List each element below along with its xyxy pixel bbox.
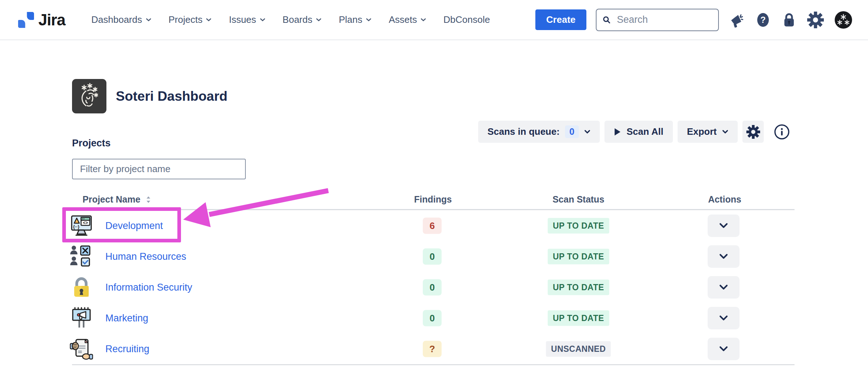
soteri-app-icon xyxy=(72,79,106,113)
nav-label: Dashboards xyxy=(91,14,142,25)
nav-boards[interactable]: Boards xyxy=(283,14,321,25)
human-resources-icon xyxy=(70,245,93,268)
navbar-right: Create ? xyxy=(535,9,852,31)
findings-badge: 0 xyxy=(423,279,442,295)
scan-status-badge: UNSCANNED xyxy=(546,341,611,357)
chevron-down-icon xyxy=(146,18,151,22)
search-box[interactable] xyxy=(596,9,719,31)
column-header-scan-status: Scan Status xyxy=(552,194,604,205)
chevron-down-icon xyxy=(260,18,265,22)
scans-in-queue-count: 0 xyxy=(565,125,579,138)
chevron-down-icon xyxy=(719,346,728,351)
avatar-snowflake-art xyxy=(835,11,852,29)
scan-status-badge: UP TO DATE xyxy=(548,249,609,264)
scans-in-queue-button[interactable]: Scans in queue: 0 xyxy=(478,121,600,143)
row-actions-button[interactable] xyxy=(708,307,740,329)
scan-status-badge: UP TO DATE xyxy=(548,218,609,233)
search-input[interactable] xyxy=(616,14,712,26)
nav-label: Issues xyxy=(229,14,256,25)
project-link-human-resources[interactable]: Human Resources xyxy=(105,251,186,262)
table-row-development: {··} <> Development 6 UP TO DATE xyxy=(72,210,795,241)
development-icon: {··} <> xyxy=(70,214,93,237)
project-link-information-security[interactable]: Information Security xyxy=(105,282,192,293)
lock-icon[interactable] xyxy=(782,12,796,28)
chevron-down-icon xyxy=(719,223,728,228)
chevron-down-icon xyxy=(366,18,371,22)
avatar[interactable] xyxy=(835,11,852,29)
create-button[interactable]: Create xyxy=(535,9,586,30)
nav-label: Projects xyxy=(169,14,203,25)
export-button[interactable]: Export xyxy=(678,121,738,143)
recruiting-icon xyxy=(70,337,93,361)
chevron-down-icon xyxy=(719,254,728,259)
scan-status-badge: UP TO DATE xyxy=(548,279,609,295)
chevron-down-icon xyxy=(722,130,728,134)
project-link-marketing[interactable]: Marketing xyxy=(105,312,148,324)
nav-dbconsole[interactable]: DbConsole xyxy=(443,14,490,25)
table-row-recruiting: Recruiting ? UNSCANNED xyxy=(72,333,795,364)
export-label: Export xyxy=(687,126,717,137)
svg-text:?: ? xyxy=(760,15,766,25)
nav-projects[interactable]: Projects xyxy=(169,14,212,25)
table-row-information-security: Information Security 0 UP TO DATE xyxy=(72,272,795,303)
scans-in-queue-label: Scans in queue: xyxy=(488,126,560,137)
table-body: {··} <> Development 6 UP TO DATE xyxy=(72,210,795,365)
column-label: Project Name xyxy=(83,194,140,205)
projects-table: Project Name Findings Scan Status Action… xyxy=(72,191,795,365)
chevron-down-icon xyxy=(719,284,728,290)
settings-icon[interactable] xyxy=(807,12,824,28)
row-actions-button[interactable] xyxy=(708,215,740,237)
information-security-icon xyxy=(70,276,93,299)
announcement-icon[interactable] xyxy=(728,12,744,28)
scan-all-label: Scan All xyxy=(627,126,663,137)
column-header-actions: Actions xyxy=(708,194,741,205)
column-header-project-name: Project Name xyxy=(83,194,151,205)
row-actions-button[interactable] xyxy=(708,338,740,360)
nav-icon-group: ? xyxy=(728,11,852,29)
dashboard-toolbar: Scans in queue: 0 Scan All Export xyxy=(478,121,790,143)
page-title: Soteri Dashboard xyxy=(116,89,227,104)
project-filter-input[interactable] xyxy=(72,159,246,179)
primary-nav: Dashboards Projects Issues Boards Plans … xyxy=(91,14,490,25)
marketing-icon xyxy=(70,307,93,330)
nav-plans[interactable]: Plans xyxy=(339,14,371,25)
app-header: Soteri Dashboard xyxy=(72,79,227,113)
nav-label: Plans xyxy=(339,14,362,25)
nav-issues[interactable]: Issues xyxy=(229,14,265,25)
chevron-down-icon xyxy=(316,18,321,22)
svg-text:<>: <> xyxy=(83,220,88,225)
findings-badge: 6 xyxy=(423,217,442,234)
top-navbar: Jira Dashboards Projects Issues Boards P… xyxy=(0,0,868,40)
row-actions-button[interactable] xyxy=(708,276,740,299)
help-icon[interactable]: ? xyxy=(755,12,771,28)
nav-dashboards[interactable]: Dashboards xyxy=(91,14,151,25)
sort-icon[interactable] xyxy=(146,196,151,204)
project-link-development[interactable]: Development xyxy=(105,220,163,231)
table-header-row: Project Name Findings Scan Status Action… xyxy=(72,191,795,210)
table-row-human-resources: Human Resources 0 UP TO DATE xyxy=(72,241,795,272)
jira-logo-icon xyxy=(17,11,35,29)
nav-label: Assets xyxy=(389,14,417,25)
nav-label: DbConsole xyxy=(443,14,490,25)
dashboard-settings-button[interactable] xyxy=(742,121,764,143)
chevron-down-icon xyxy=(421,18,426,22)
chevron-down-icon xyxy=(206,18,211,22)
play-icon xyxy=(614,128,621,136)
info-icon[interactable] xyxy=(774,124,790,140)
jira-logo-text: Jira xyxy=(38,11,65,29)
row-actions-button[interactable] xyxy=(708,245,740,268)
project-link-recruiting[interactable]: Recruiting xyxy=(105,343,149,354)
findings-badge: 0 xyxy=(423,310,442,326)
table-row-marketing: Marketing 0 UP TO DATE xyxy=(72,303,795,333)
findings-badge: 0 xyxy=(423,248,442,265)
chevron-down-icon xyxy=(719,315,728,321)
scan-status-badge: UP TO DATE xyxy=(548,310,609,326)
search-icon xyxy=(602,15,611,25)
nav-label: Boards xyxy=(283,14,312,25)
jira-logo[interactable]: Jira xyxy=(17,11,65,29)
projects-heading: Projects xyxy=(72,138,111,149)
nav-assets[interactable]: Assets xyxy=(389,14,426,25)
findings-badge: ? xyxy=(423,341,442,357)
gear-icon xyxy=(746,125,760,139)
scan-all-button[interactable]: Scan All xyxy=(604,121,673,143)
